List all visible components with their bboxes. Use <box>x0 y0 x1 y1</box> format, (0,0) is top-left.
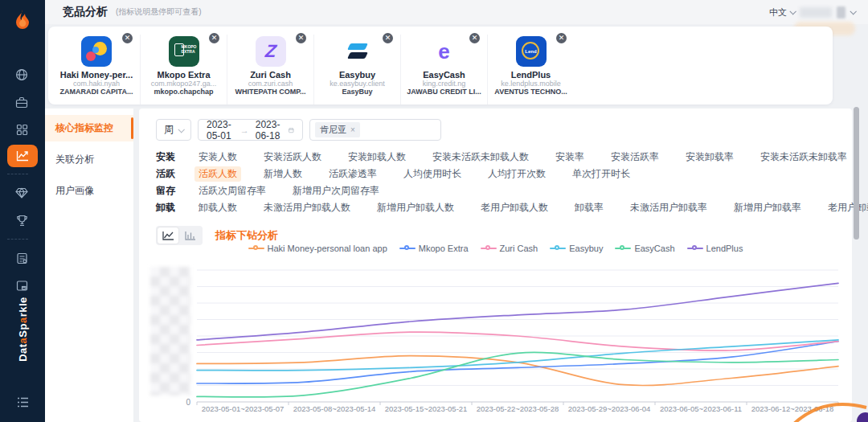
list-icon[interactable] <box>8 390 37 414</box>
legend-label: EasyCash <box>634 244 674 253</box>
period-select[interactable]: 周 <box>156 119 191 141</box>
close-icon[interactable]: ✕ <box>383 33 393 43</box>
metric-item[interactable]: 未激活用户卸载人数 <box>260 200 354 215</box>
metric-item[interactable]: 新增用户卸载率 <box>730 200 805 215</box>
user-name-redacted <box>800 7 832 18</box>
app-card[interactable]: MKOPOEXTRA✕Mkopo Extracom.mkopo247.ga...… <box>140 35 227 104</box>
metric-item[interactable]: 老用户卸载人数 <box>477 200 552 215</box>
legend-marker-icon <box>399 244 416 252</box>
metric-row: 活跃活跃人数新增人数活跃渗透率人均使用时长人均打开次数单次打开时长 <box>156 166 836 182</box>
metric-item[interactable]: 安装活跃率 <box>607 150 663 165</box>
main-content-panel: 周 2023-05-01 → 2023-06-18 肯尼亚 × 安装安装人数安装… <box>139 109 852 422</box>
metric-item[interactable]: 安装率 <box>551 150 588 165</box>
close-icon[interactable]: ✕ <box>556 33 567 43</box>
legend-marker-icon <box>615 244 631 252</box>
metric-item[interactable]: 未激活用户卸载率 <box>626 200 711 215</box>
chevron-down-icon[interactable] <box>850 8 856 14</box>
chart-canvas: 0 <box>147 264 845 416</box>
sidebar-item-用户画像[interactable]: 用户画像 <box>45 178 133 204</box>
sidebar-item-关联分析[interactable]: 关联分析 <box>45 146 133 173</box>
x-axis-labels: 2023-05-01~2023-05-072023-05-08~2023-05-… <box>197 404 838 413</box>
app-card[interactable]: ✕Haki Money-per...com.haki.nyahZAMARADI … <box>53 35 140 104</box>
x-axis-label: 2023-05-22~2023-05-28 <box>472 404 563 413</box>
country-tag: 肯尼亚 × <box>315 122 360 137</box>
metric-item[interactable]: 活跃次周留存率 <box>194 183 270 199</box>
legend-item[interactable]: Easybuy <box>550 244 603 253</box>
legend-item[interactable]: Zuri Cash <box>481 244 538 253</box>
metric-item[interactable]: 活跃人数 <box>194 166 241 182</box>
date-start: 2023-05-01 <box>207 119 234 141</box>
metric-item[interactable]: 安装未活跃未卸载率 <box>756 150 851 165</box>
metric-item[interactable]: 安装卸载人数 <box>344 150 410 165</box>
metric-item[interactable]: 安装人数 <box>194 150 241 165</box>
legend-label: Easybuy <box>569 244 603 253</box>
app-card[interactable]: e✕EasyCashking.credit.ngJAWABU CREDIT LI… <box>400 35 487 104</box>
report-icon[interactable] <box>7 246 36 270</box>
close-icon[interactable]: ✕ <box>122 33 133 43</box>
metric-item[interactable]: 人均使用时长 <box>399 166 465 182</box>
metric-item[interactable]: 单次打开时长 <box>568 166 634 182</box>
x-axis-label: 2023-06-05~2023-06-11 <box>655 404 747 413</box>
brand-vertical-text: DataSparkle <box>17 297 29 362</box>
x-axis-label: 2023-06-12~2023-06-18 <box>747 404 838 413</box>
trend-chart-icon[interactable] <box>7 145 38 167</box>
chart-type-toggle <box>156 226 203 245</box>
flame-logo-icon[interactable] <box>10 8 35 32</box>
app-logo-icon: Z <box>256 36 286 67</box>
app-company: EasyBuy <box>314 88 400 96</box>
app-package: ke.lendplus.mobile <box>488 80 574 88</box>
vertical-scrollbar[interactable] <box>854 107 859 240</box>
gem-icon[interactable] <box>7 181 36 205</box>
metric-item[interactable]: 新增用户次周留存率 <box>289 183 383 199</box>
section-title: 指标下钻分析 <box>215 228 278 243</box>
metric-item[interactable]: 安装活跃人数 <box>260 150 326 165</box>
metric-row: 卸载卸载人数未激活用户卸载人数新增用户卸载人数老用户卸载人数卸载率未激活用户卸载… <box>156 199 836 216</box>
close-icon[interactable]: ✕ <box>296 33 306 43</box>
competitor-apps-panel: ✕Haki Money-per...com.haki.nyahZAMARADI … <box>48 27 833 104</box>
legend-item[interactable]: Haki Money-personal loan app <box>248 244 387 253</box>
remove-tag-icon[interactable]: × <box>350 125 355 134</box>
app-card[interactable]: Z✕Zuri Cashcom.zuri.cashWHITEPATH COMP..… <box>227 35 313 104</box>
trophy-icon[interactable] <box>7 208 36 232</box>
legend-item[interactable]: EasyCash <box>615 244 674 253</box>
briefcase-icon[interactable] <box>7 90 36 114</box>
app-name: Haki Money-per... <box>53 70 140 80</box>
country-filter[interactable]: 肯尼亚 × <box>309 119 441 141</box>
metric-item[interactable]: 新增用户卸载人数 <box>373 200 458 215</box>
metric-category: 卸载 <box>156 201 180 215</box>
line-chart-toggle-button[interactable] <box>158 227 178 244</box>
line-chart: 0 2023-05-01~2023-05-072023-05-08~2023-0… <box>147 264 845 416</box>
chart-section-header: 指标下钻分析 <box>156 226 278 245</box>
metric-category: 活跃 <box>156 167 180 181</box>
app-card[interactable]: ✕Easybuyke.easybuy.clientEasyBuy <box>313 35 400 104</box>
date-range-picker[interactable]: 2023-05-01 → 2023-06-18 <box>198 119 303 141</box>
apps-grid-icon[interactable] <box>7 117 36 141</box>
legend-label: Zuri Cash <box>500 244 538 253</box>
chevron-down-icon <box>178 126 184 133</box>
app-company: ZAMARADI CAPITA... <box>53 88 140 96</box>
legend-item[interactable]: LendPlus <box>687 244 743 253</box>
series-line-LendPlus <box>197 283 838 340</box>
chevron-down-icon <box>789 8 796 14</box>
screen-icon[interactable] <box>7 273 36 297</box>
metric-item[interactable]: 卸载率 <box>571 200 608 215</box>
metric-item[interactable]: 安装未活跃未卸载人数 <box>428 150 533 165</box>
app-logo-icon <box>342 36 373 67</box>
sidebar-item-核心指标监控[interactable]: 核心指标监控 <box>45 115 133 141</box>
app-card[interactable]: Lend✕LendPluske.lendplus.mobileAVENTUS T… <box>487 35 574 104</box>
globe-icon[interactable] <box>7 63 36 87</box>
metric-item[interactable]: 人均打开次数 <box>484 166 550 182</box>
metric-item[interactable]: 新增人数 <box>260 166 306 182</box>
metric-item[interactable]: 活跃渗透率 <box>325 166 381 182</box>
close-icon[interactable]: ✕ <box>469 33 480 43</box>
bar-chart-toggle-button[interactable] <box>180 227 201 244</box>
metric-item[interactable]: 安装卸载率 <box>682 150 738 165</box>
series-line-EasyCash <box>197 352 838 397</box>
app-package: com.haki.nyah <box>53 80 140 88</box>
metric-item[interactable]: 卸载人数 <box>194 200 241 215</box>
close-icon[interactable]: ✕ <box>209 33 219 43</box>
metric-item[interactable]: 老用户卸载率 <box>824 200 868 215</box>
legend-item[interactable]: Mkopo Extra <box>399 244 469 253</box>
language-switch[interactable]: 中文 <box>769 6 795 18</box>
x-axis-label: 2023-05-29~2023-06-04 <box>563 404 655 413</box>
